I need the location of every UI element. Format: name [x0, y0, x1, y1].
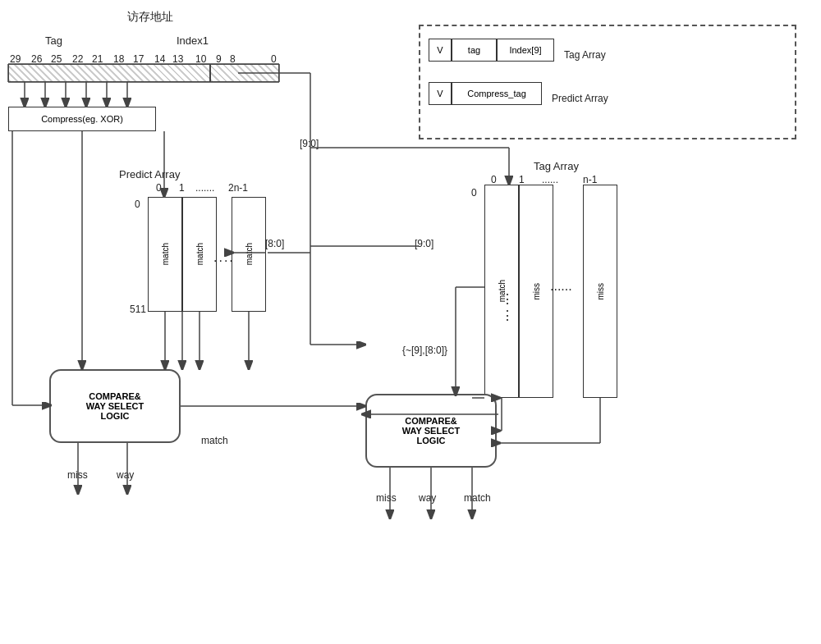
tag-array-title: Tag Array: [534, 160, 579, 172]
legend-tag-array-label: Tag Array: [564, 49, 606, 61]
bit-29: 29: [10, 53, 21, 65]
pa-cell-last: match: [232, 197, 266, 312]
legend-box: V tag Index[9] Tag Array V Compress_tag …: [419, 25, 796, 139]
index-label: Index1: [177, 34, 209, 47]
bit-25: 25: [51, 53, 62, 65]
ta-col-0: 0: [491, 174, 497, 185]
pa-cell-1: match: [182, 197, 217, 312]
diagram-container: 访存地址 Tag Index1 29 26 25 22 21 18 17 14 …: [0, 0, 821, 644]
signal-9-0-top: [9:0]: [300, 138, 319, 149]
compare-logic-1: COMPARE&WAY SELECTLOGIC: [49, 369, 181, 443]
legend-index9: Index[9]: [497, 39, 554, 62]
ta-vdots: ⋮: [501, 291, 514, 307]
ta-dots: ......: [550, 279, 572, 294]
ta-cell-miss: miss: [519, 185, 553, 398]
bit-14: 14: [154, 53, 165, 65]
ta-row-0: 0: [471, 187, 477, 199]
legend-v-predict: V: [429, 82, 452, 105]
signal-8-0: [8:0]: [265, 238, 284, 249]
output-match-2: match: [464, 492, 491, 504]
pa-row-0: 0: [135, 199, 140, 210]
bit-18: 18: [113, 53, 124, 65]
bit-21: 21: [92, 53, 103, 65]
bit-8: 8: [230, 53, 236, 65]
signal-inverted: {~[9],[8:0]}: [402, 345, 447, 356]
legend-v-tag: V: [429, 39, 452, 62]
legend-tag: tag: [452, 39, 497, 62]
pa-col-1: 1: [179, 182, 185, 194]
ta-col-dots: ......: [542, 174, 558, 185]
ta-vdots2: ⋮: [501, 308, 514, 323]
bit-9: 9: [216, 53, 222, 65]
pa-col-dots: .......: [195, 182, 214, 194]
bit-10: 10: [195, 53, 206, 65]
bit-0: 0: [271, 53, 277, 65]
pa-row-511: 511: [130, 304, 146, 315]
signal-9-0-mid: [9:0]: [415, 238, 433, 249]
output-miss-2: miss: [376, 492, 397, 504]
ta-col-n1: n-1: [583, 174, 597, 185]
bit-13: 13: [172, 53, 183, 65]
output-miss-1: miss: [67, 469, 88, 481]
pa-col-0: 0: [156, 182, 162, 194]
legend-compress-tag: Compress_tag: [452, 82, 542, 105]
ta-cell-last: miss: [583, 185, 617, 398]
compare-logic-2: COMPARE&WAY SELECTLOGIC: [365, 394, 497, 468]
bit-26: 26: [31, 53, 42, 65]
bit-22: 22: [72, 53, 83, 65]
pa-col-2n1: 2n-1: [228, 182, 248, 194]
chinese-title: 访存地址: [127, 10, 173, 25]
legend-predict-array-label: Predict Array: [552, 93, 608, 104]
pa-cell-0: match: [148, 197, 182, 312]
address-separator: [209, 64, 211, 82]
output-way-2: way: [419, 492, 436, 504]
signal-match: match: [201, 435, 228, 446]
output-way-1: way: [117, 469, 134, 481]
bit-17: 17: [133, 53, 144, 65]
predict-array-title: Predict Array: [119, 168, 180, 180]
ta-col-1: 1: [519, 174, 525, 185]
address-bar: [8, 64, 279, 82]
tag-label: Tag: [45, 34, 62, 47]
compress-box: Compress(eg. XOR): [8, 107, 156, 131]
